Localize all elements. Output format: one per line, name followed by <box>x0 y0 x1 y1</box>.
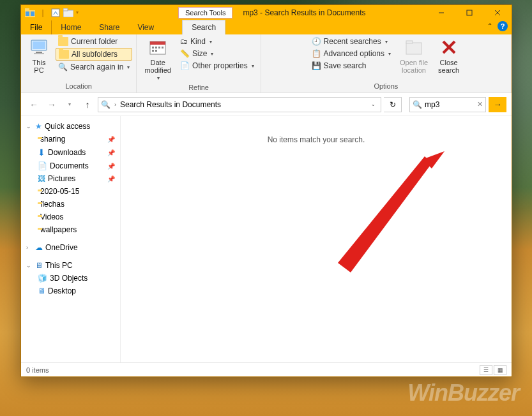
other-properties-button[interactable]: 📄 Other properties <box>178 60 257 71</box>
search-icon: 🔍 <box>413 100 422 109</box>
minimize-button[interactable] <box>427 5 455 20</box>
date-modified-button[interactable]: Date modified <box>141 36 175 82</box>
sidebar-item-videos[interactable]: Videos <box>24 211 119 223</box>
all-subfolders-label: All subfolders <box>72 50 118 59</box>
sidebar-item-3d-objects[interactable]: 🧊 3D Objects <box>24 272 119 285</box>
properties-icon[interactable] <box>50 8 61 18</box>
advanced-icon: 📋 <box>312 49 321 58</box>
svg-rect-3 <box>31 11 34 16</box>
svg-rect-6 <box>63 8 68 11</box>
sidebar-item-2020-05-15[interactable]: 2020-05-15 <box>24 185 119 198</box>
view-thumbnails-button[interactable]: ▦ <box>494 365 506 375</box>
star-icon: ★ <box>35 122 42 131</box>
svg-rect-19 <box>158 47 160 48</box>
computer-icon <box>29 37 49 57</box>
qat-dropdown-icon[interactable]: ▾ <box>76 10 79 15</box>
svg-rect-22 <box>155 50 157 52</box>
open-location-icon <box>404 37 424 57</box>
sidebar-item-label: Pictures <box>48 174 75 183</box>
sidebar-item-label: sharing <box>40 135 65 144</box>
sidebar-item-flechas[interactable]: flechas <box>24 198 119 211</box>
item-icon: 🧊 <box>38 274 47 283</box>
pin-icon: 📌 <box>107 149 118 156</box>
help-icon[interactable]: ? <box>498 21 508 31</box>
svg-rect-24 <box>406 41 413 43</box>
explorer-app-icon <box>25 8 35 18</box>
tab-file[interactable]: File <box>21 20 52 34</box>
sidebar-item-wallpapers[interactable]: wallpapers <box>24 223 119 236</box>
current-folder-label: Current folder <box>71 37 118 46</box>
breadcrumb-chevron-icon[interactable]: › <box>114 101 116 108</box>
search-tools-context-tab[interactable]: Search Tools <box>178 7 232 19</box>
view-details-button[interactable]: ☰ <box>480 365 492 375</box>
sidebar-item-pictures[interactable]: 🖼 Pictures 📌 <box>24 172 119 185</box>
window-title: mp3 - Search Results in Documents <box>232 8 365 17</box>
svg-rect-2 <box>26 11 29 16</box>
collapse-ribbon-icon[interactable]: ⌃ <box>487 22 492 29</box>
this-pc-button[interactable]: This PC <box>25 36 53 75</box>
address-dropdown-icon[interactable]: ⌄ <box>369 101 378 107</box>
group-label-location: Location <box>65 81 92 91</box>
status-bar: 0 items ☰ ▦ <box>21 362 512 376</box>
results-pane[interactable]: No items match your search. <box>121 116 512 362</box>
nav-back-button: ← <box>26 97 42 112</box>
nav-up-button[interactable]: ↑ <box>80 97 95 112</box>
item-icon: ⬇ <box>38 147 45 158</box>
search-input[interactable] <box>425 100 463 109</box>
folder-icon <box>59 50 69 59</box>
sidebar-item-label: wallpapers <box>40 225 77 234</box>
sidebar-item-downloads[interactable]: ⬇ Downloads 📌 <box>24 145 119 160</box>
navigation-pane[interactable]: ⌄ ★ Quick access sharing 📌 ⬇ Downloads 📌… <box>21 116 121 362</box>
expand-icon[interactable]: ⌄ <box>26 123 33 130</box>
sidebar-item-label: Desktop <box>48 286 76 295</box>
kind-button[interactable]: 🗂 Kind <box>178 36 257 47</box>
address-bar[interactable]: 🔍 › Search Results in Documents ⌄ <box>98 97 381 112</box>
pin-icon: 📌 <box>107 163 118 170</box>
svg-rect-23 <box>406 43 422 54</box>
ribbon-search: This PC Current folder All subfolders 🔍 … <box>21 34 512 93</box>
tab-view[interactable]: View <box>128 20 163 34</box>
expand-icon[interactable]: › <box>26 244 33 251</box>
computer-icon: 🖥 <box>35 261 43 270</box>
size-button[interactable]: 📏 Size <box>178 48 257 59</box>
address-path[interactable]: Search Results in Documents <box>120 100 221 109</box>
tab-share[interactable]: Share <box>90 20 128 34</box>
svg-rect-18 <box>155 47 157 48</box>
navbar: ← → ▾ ↑ 🔍 › Search Results in Documents … <box>21 93 512 116</box>
nav-recent-dropdown[interactable]: ▾ <box>62 97 77 112</box>
tree-quick-access[interactable]: ⌄ ★ Quick access <box>24 120 119 133</box>
all-subfolders-button[interactable]: All subfolders <box>56 48 132 61</box>
tab-search[interactable]: Search <box>182 20 225 34</box>
search-again-in-button[interactable]: 🔍 Search again in <box>56 61 132 73</box>
pin-icon: 📌 <box>107 136 118 143</box>
explorer-window: | ▾ Search Tools mp3 - Search Results in… <box>20 4 512 377</box>
save-search-button[interactable]: 💾 Save search <box>309 60 393 71</box>
recent-searches-button[interactable]: 🕘 Recent searches <box>309 36 393 47</box>
this-pc-label: This PC <box>33 59 46 74</box>
expand-icon[interactable]: ⌄ <box>26 262 33 269</box>
search-location-icon: 🔍 <box>101 100 110 109</box>
new-folder-icon[interactable] <box>63 8 73 18</box>
clear-search-icon[interactable]: ✕ <box>477 100 483 108</box>
search-box[interactable]: 🔍 ✕ <box>409 97 486 112</box>
maximize-button[interactable] <box>455 5 483 20</box>
close-search-label: Close search <box>438 59 459 74</box>
tree-onedrive[interactable]: › ☁ OneDrive <box>24 241 119 254</box>
svg-rect-4 <box>52 9 59 17</box>
svg-rect-14 <box>34 53 44 54</box>
tab-home[interactable]: Home <box>52 20 90 34</box>
search-go-button[interactable]: → <box>489 97 506 112</box>
close-button[interactable] <box>483 5 512 20</box>
recent-searches-label: Recent searches <box>324 37 381 46</box>
sidebar-item-sharing[interactable]: sharing 📌 <box>24 133 119 145</box>
refresh-button[interactable]: ↻ <box>384 97 402 112</box>
sidebar-item-desktop[interactable]: 🖥 Desktop <box>24 285 119 297</box>
close-search-button[interactable]: Close search <box>434 36 463 75</box>
advanced-options-button[interactable]: 📋 Advanced options <box>309 48 393 59</box>
sidebar-item-documents[interactable]: 📄 Documents 📌 <box>24 160 119 172</box>
current-folder-button[interactable]: Current folder <box>56 36 132 47</box>
qat-separator: | <box>38 8 48 18</box>
calendar-icon <box>148 37 168 57</box>
other-properties-label: Other properties <box>192 61 248 70</box>
tree-this-pc[interactable]: ⌄ 🖥 This PC <box>24 259 119 272</box>
